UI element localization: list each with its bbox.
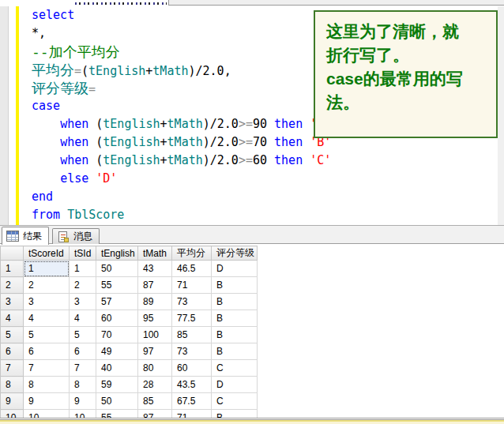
grid-cell[interactable]: 85 [138, 393, 172, 410]
row-number-cell[interactable]: 5 [1, 327, 24, 343]
grid-cell[interactable]: 89 [138, 294, 172, 310]
grid-cell[interactable]: 49 [96, 343, 138, 360]
tab-messages-label: 消息 [73, 230, 92, 243]
grid-cell[interactable]: 9 [70, 393, 96, 410]
row-number-cell[interactable]: 8 [1, 377, 24, 393]
code-token: ( [88, 135, 103, 149]
code-line-1: select [32, 6, 331, 24]
grid-cell[interactable]: C [212, 393, 258, 410]
code-token: tEnglish [88, 64, 145, 78]
grid-cell[interactable]: 9 [24, 393, 70, 410]
code-token: 90 [253, 117, 267, 131]
editor-scrollbar-edge[interactable] [498, 6, 504, 225]
code-token [267, 135, 274, 149]
sql-code[interactable]: select*,--加个平均分平均分=(tEnglish+tMath)/2.0,… [32, 6, 331, 224]
grid-cell[interactable]: B [212, 294, 258, 310]
row-number-cell[interactable]: 9 [1, 393, 24, 410]
grid-cell[interactable]: 50 [96, 261, 138, 277]
grid-cell[interactable]: 57 [96, 294, 138, 310]
code-token: end [32, 189, 53, 204]
grid-cell[interactable]: 5 [70, 327, 96, 343]
grid-cell[interactable]: 5 [24, 327, 70, 343]
grid-cell[interactable]: 95 [138, 310, 172, 327]
row-number-cell[interactable]: 2 [1, 277, 24, 294]
grid-cell[interactable]: 1 [24, 261, 70, 277]
grid-cell[interactable]: B [212, 310, 258, 327]
table-row: 999508567.5C [1, 393, 258, 410]
row-number-cell[interactable]: 7 [1, 360, 24, 377]
row-number-cell[interactable]: 6 [1, 343, 24, 360]
grid-cell[interactable]: D [212, 261, 258, 277]
table-row: 888592843.5D [1, 377, 258, 393]
clipped-top-strip [0, 0, 504, 6]
grid-cell[interactable]: 67.5 [172, 393, 212, 410]
grid-cell[interactable]: 100 [138, 327, 172, 343]
grid-cell[interactable]: 28 [138, 377, 172, 393]
grid-cell[interactable]: 73 [172, 294, 212, 310]
grid-corner-cell[interactable] [1, 246, 24, 261]
grid-cell[interactable]: 43.5 [172, 377, 212, 393]
grid-cell[interactable]: 80 [138, 360, 172, 377]
grid-cell[interactable]: 8 [70, 377, 96, 393]
grid-cell[interactable]: 73 [172, 343, 212, 360]
grid-cell[interactable]: 85 [172, 327, 212, 343]
grid-cell[interactable]: 4 [24, 310, 70, 327]
column-header-评分等级[interactable]: 评分等级 [212, 246, 258, 261]
grid-cell[interactable]: 77.5 [172, 310, 212, 327]
grid-cell[interactable]: 8 [24, 377, 70, 393]
grid-cell[interactable]: 4 [70, 310, 96, 327]
grid-cell[interactable]: B [212, 343, 258, 360]
grid-cell[interactable]: B [212, 327, 258, 343]
grid-cell[interactable]: 1 [70, 261, 96, 277]
grid-cell[interactable]: 60 [172, 360, 212, 377]
code-token: + [160, 135, 167, 149]
tab-messages[interactable]: 消息 [52, 228, 100, 244]
column-header-tMath[interactable]: tMath [138, 246, 172, 261]
grid-cell[interactable]: 55 [96, 277, 138, 294]
grid-cell[interactable]: C [212, 360, 258, 377]
grid-cell[interactable]: 60 [96, 310, 138, 327]
grid-cell[interactable]: 97 [138, 343, 172, 360]
sql-editor[interactable]: select*,--加个平均分平均分=(tEnglish+tMath)/2.0,… [0, 6, 504, 225]
code-line-9: when (tEnglish+tMath)/2.0>=60 then 'C' [32, 152, 331, 170]
grid-cell[interactable]: 3 [70, 294, 96, 310]
grid-cell[interactable]: 70 [96, 327, 138, 343]
grid-cell[interactable]: 40 [96, 360, 138, 377]
column-header-tSId[interactable]: tSId [70, 246, 96, 261]
grid-cell[interactable]: B [212, 277, 258, 294]
grid-cell[interactable]: 6 [70, 343, 96, 360]
grid-cell[interactable]: 59 [96, 377, 138, 393]
grid-cell[interactable]: 3 [24, 294, 70, 310]
code-token: 70 [253, 135, 267, 149]
grid-cell[interactable]: 7 [70, 360, 96, 377]
column-header-平均分[interactable]: 平均分 [172, 246, 212, 261]
grid-cell[interactable]: 7 [24, 360, 70, 377]
row-number-cell[interactable]: 4 [1, 310, 24, 327]
code-token: 2.0 [217, 153, 239, 167]
grid-cell[interactable]: 2 [24, 277, 70, 294]
grid-cell[interactable]: 43 [138, 261, 172, 277]
code-token: )/ [203, 117, 217, 131]
column-header-tScoreId[interactable]: tScoreId [24, 246, 70, 261]
code-line-6: case [32, 97, 331, 115]
column-header-tEnglish[interactable]: tEnglish [96, 246, 138, 261]
code-token: 平均分 [32, 62, 74, 78]
code-token: ( [81, 64, 88, 78]
grid-cell[interactable]: 87 [138, 277, 172, 294]
grid-cell[interactable]: 46.5 [172, 261, 212, 277]
grid-cell[interactable]: 2 [70, 277, 96, 294]
grid-cell[interactable]: D [212, 377, 258, 393]
row-number-cell[interactable]: 3 [1, 294, 24, 310]
grid-cell[interactable]: 6 [24, 343, 70, 360]
code-token: >= [239, 117, 253, 131]
grid-cell[interactable]: 50 [96, 393, 138, 410]
code-token: tEnglish [103, 117, 160, 131]
results-panel: 结果 消息 tScoreIdtSIdtEnglishtMath平均分评分等级11… [0, 225, 504, 418]
code-line-3: --加个平均分 [32, 43, 331, 61]
grid-cell[interactable]: 71 [172, 277, 212, 294]
code-token: 2.0 [203, 64, 224, 78]
tab-results[interactable]: 结果 [2, 227, 49, 245]
results-grid: tScoreIdtSIdtEnglishtMath平均分评分等级11150434… [0, 246, 258, 418]
change-tracking-bar [16, 6, 19, 225]
row-number-cell[interactable]: 1 [1, 261, 24, 277]
